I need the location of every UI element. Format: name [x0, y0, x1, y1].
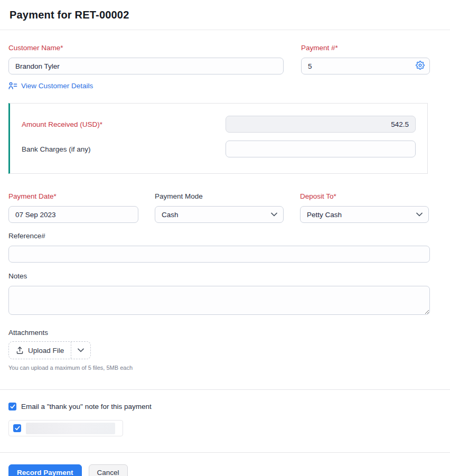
email-thank-you-label: Email a "thank you" note for this paymen…: [21, 403, 152, 410]
payment-mode-value: Cash: [162, 211, 179, 219]
upload-options-caret[interactable]: [71, 342, 90, 359]
cancel-button[interactable]: Cancel: [89, 464, 128, 476]
reference-label: Reference#: [8, 232, 430, 240]
notes-label: Notes: [8, 272, 430, 280]
upload-file-button[interactable]: Upload File: [8, 341, 91, 359]
view-customer-details-label: View Customer Details: [21, 82, 93, 90]
customer-name-input[interactable]: [8, 58, 284, 74]
reference-input[interactable]: [8, 246, 430, 263]
deposit-to-select[interactable]: Petty Cash: [300, 206, 429, 223]
payment-number-label: Payment #*: [301, 44, 430, 52]
chevron-down-icon: [416, 212, 423, 217]
gear-icon[interactable]: [415, 61, 425, 71]
deposit-to-value: Petty Cash: [307, 211, 342, 219]
customer-name-label: Customer Name*: [8, 44, 284, 52]
amount-received-label: Amount Received (USD)*: [22, 120, 102, 128]
upload-icon: [16, 346, 24, 354]
chevron-down-icon: [271, 212, 277, 217]
bank-charges-input[interactable]: [226, 141, 416, 157]
redacted-email-text: [26, 423, 115, 434]
payment-number-input[interactable]: [301, 58, 430, 74]
section-divider: [0, 389, 450, 390]
upload-helper-text: You can upload a maximum of 5 files, 5MB…: [8, 365, 430, 371]
amount-received-input[interactable]: [226, 116, 416, 133]
payment-date-input[interactable]: [8, 206, 138, 223]
notes-textarea[interactable]: [8, 286, 430, 315]
email-thank-you-checkbox-row[interactable]: Email a "thank you" note for this paymen…: [8, 403, 430, 410]
payment-form: Customer Name* Payment #*: [0, 44, 450, 476]
checkbox-checked-icon[interactable]: [13, 424, 21, 432]
bank-charges-label: Bank Charges (if any): [22, 145, 91, 153]
checkbox-checked-icon[interactable]: [8, 403, 16, 410]
page-title: Payment for RET-00002: [10, 9, 440, 21]
footer-divider: [0, 452, 450, 453]
view-customer-details-link[interactable]: View Customer Details: [8, 82, 93, 90]
record-payment-button[interactable]: Record Payment: [8, 464, 82, 476]
customer-details-icon: [8, 82, 17, 90]
deposit-to-label: Deposit To*: [300, 192, 429, 200]
amount-panel: Amount Received (USD)* Bank Charges (if …: [8, 103, 428, 174]
payment-date-label: Payment Date*: [8, 192, 138, 200]
upload-file-label: Upload File: [28, 347, 64, 354]
payment-mode-label: Payment Mode: [155, 192, 284, 200]
email-recipient-checkbox-row[interactable]: [8, 420, 123, 436]
payment-mode-select[interactable]: Cash: [155, 206, 284, 223]
attachments-label: Attachments: [8, 329, 430, 337]
page-header: Payment for RET-00002: [0, 0, 450, 30]
